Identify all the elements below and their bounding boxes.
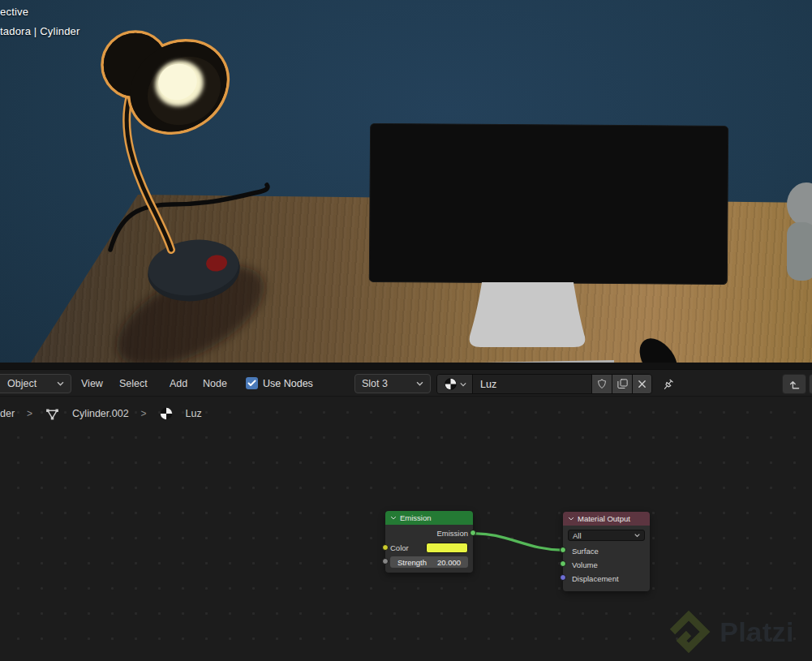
chevron-down-icon	[634, 533, 640, 538]
material-id-widget: Luz	[436, 374, 652, 394]
material-name-field[interactable]: Luz	[473, 375, 591, 393]
socket-color-input[interactable]	[382, 544, 389, 551]
volume-input-label: Volume	[572, 560, 598, 569]
output-target-label: All	[573, 531, 582, 540]
blender-window: ective tadora | Cylinder Object View Sel…	[0, 0, 812, 661]
output-target-dropdown[interactable]: All	[568, 530, 645, 541]
unlink-material-button[interactable]	[632, 375, 651, 393]
socket-strength-input[interactable]	[382, 558, 389, 564]
platzi-watermark-text: Platzi	[720, 616, 794, 648]
emission-strength-value: 20.000	[437, 558, 461, 567]
emission-color-label: Color	[390, 543, 409, 552]
emission-strength-label: Strength	[397, 558, 427, 567]
pin-icon	[661, 378, 675, 392]
menu-add[interactable]: Add	[166, 374, 191, 393]
chevron-down-icon	[460, 382, 466, 387]
breadcrumb-material: Luz	[186, 408, 202, 419]
menu-select[interactable]: Select	[116, 374, 151, 393]
material-name-value: Luz	[480, 379, 496, 390]
collapse-chevron-icon[interactable]	[568, 517, 574, 521]
node-emission-title: Emission	[400, 513, 432, 522]
chevron-down-icon	[416, 381, 423, 386]
mesh-data-icon	[45, 406, 60, 422]
socket-volume-input[interactable]	[560, 560, 566, 567]
emission-output-label: Emission	[436, 529, 468, 538]
editor-options-button[interactable]	[782, 374, 806, 394]
lamp-cable[interactable]	[110, 185, 268, 250]
socket-displacement-input[interactable]	[560, 574, 566, 581]
monitor-stand	[470, 282, 586, 347]
emission-color-swatch[interactable]	[426, 543, 468, 553]
chevron-down-icon	[57, 381, 64, 386]
shader-node-canvas[interactable]: der > Cylinder.002 > Luz	[0, 397, 812, 661]
surface-input-label: Surface	[572, 547, 599, 556]
duplicate-icon	[617, 378, 629, 390]
slot-dropdown[interactable]: Slot 3	[354, 374, 431, 393]
surface-input-row: Surface	[568, 545, 645, 557]
socket-emission-output[interactable]	[470, 530, 476, 536]
node-emission-header[interactable]: Emission	[385, 511, 473, 525]
platzi-watermark: Platzi	[666, 609, 794, 655]
viewport-perspective-label: ective	[0, 6, 28, 18]
emission-strength-slider[interactable]: Strength 20.000	[390, 556, 468, 568]
shader-type-label: Object	[7, 378, 37, 389]
node-material-output-body: All Surface Volume Displacement	[563, 526, 650, 591]
viewport-scene-label: tadora | Cylinder	[0, 25, 80, 37]
viewport-3d[interactable]: ective tadora | Cylinder	[0, 0, 812, 369]
breadcrumb-object: Cylinder.002	[72, 408, 129, 419]
displacement-input-row: Displacement	[568, 573, 645, 585]
use-nodes-checkbox[interactable]	[246, 377, 258, 389]
fake-user-button[interactable]	[591, 375, 612, 393]
shield-icon	[596, 378, 608, 390]
material-sphere-icon	[159, 406, 174, 421]
pin-button[interactable]	[659, 376, 677, 393]
socket-surface-input[interactable]	[560, 547, 566, 553]
shader-type-dropdown[interactable]: Object	[0, 374, 71, 393]
platzi-logo-icon	[666, 609, 711, 655]
desk-front-edge	[0, 363, 812, 369]
clipped-header-button[interactable]	[809, 374, 812, 394]
breadcrumb-separator: >	[27, 408, 32, 419]
node-emission[interactable]: Emission Emission Color Strength 20.000	[385, 511, 473, 573]
monitor[interactable]	[369, 123, 728, 347]
arrow-up-icon	[788, 378, 801, 391]
menu-node[interactable]: Node	[200, 374, 230, 393]
scene-objects	[0, 0, 812, 369]
new-material-button[interactable]	[612, 375, 632, 393]
use-nodes-label[interactable]: Use Nodes	[263, 374, 313, 393]
close-icon	[638, 380, 647, 388]
breadcrumb: der > Cylinder.002 > Luz	[0, 406, 202, 422]
displacement-input-label: Displacement	[572, 574, 619, 583]
material-sphere-icon	[444, 377, 458, 391]
node-material-output[interactable]: Material Output All Surface Volume Displ…	[563, 512, 650, 591]
node-material-output-header[interactable]: Material Output	[563, 512, 650, 526]
figurine[interactable]	[787, 182, 812, 281]
shader-editor-header: Object View Select Add Node Use Nodes Sl…	[0, 369, 812, 397]
breadcrumb-separator: >	[141, 408, 147, 419]
checkmark-icon	[247, 380, 256, 387]
menu-view[interactable]: View	[78, 374, 106, 393]
node-emission-body: Emission Color Strength 20.000	[385, 525, 473, 573]
slot-label: Slot 3	[362, 378, 388, 389]
collapse-chevron-icon[interactable]	[390, 516, 397, 520]
node-material-output-title: Material Output	[578, 514, 630, 523]
material-browse-dropdown[interactable]	[437, 375, 473, 393]
emission-output-row: Emission	[390, 527, 468, 539]
volume-input-row: Volume	[568, 559, 645, 571]
breadcrumb-root: der	[0, 408, 15, 419]
link-emission-to-surface	[473, 534, 563, 550]
emission-color-row: Color	[390, 541, 468, 554]
